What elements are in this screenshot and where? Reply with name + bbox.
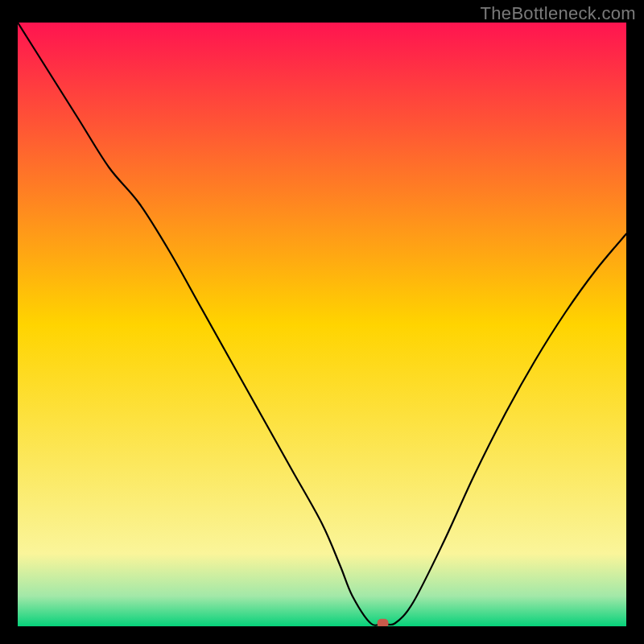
chart-frame: TheBottleneck.com [0,0,644,644]
plot-area [18,23,626,626]
optimal-point-marker [378,619,389,626]
gradient-background [18,23,626,626]
watermark-text: TheBottleneck.com [481,3,636,24]
chart-svg [18,23,626,626]
